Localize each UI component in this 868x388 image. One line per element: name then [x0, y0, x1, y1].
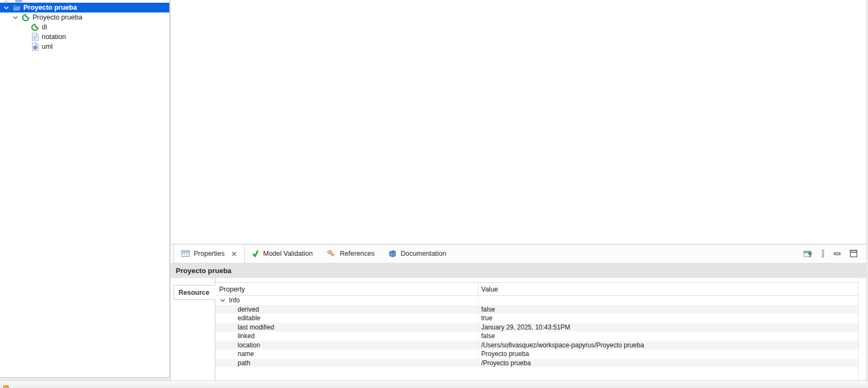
tab-documentation[interactable]: Documentation: [381, 244, 453, 263]
tab-label: Properties: [194, 250, 225, 257]
tab-label: Documentation: [400, 250, 446, 257]
chevron-down-icon[interactable]: [11, 15, 19, 21]
tab-properties[interactable]: Properties: [174, 244, 245, 263]
tree-item-label: Proyecto prueba: [33, 14, 82, 21]
editor-and-properties-region: PropertiesModel ValidationReferencesDocu…: [170, 0, 867, 380]
tree-item-label: uml: [42, 43, 53, 50]
property-value-cell: /Proyecto prueba: [478, 359, 858, 368]
properties-tab-bar: PropertiesModel ValidationReferencesDocu…: [171, 244, 866, 263]
property-name-cell: linked: [215, 332, 478, 341]
status-bar: [0, 380, 868, 388]
tree-item-model[interactable]: Proyecto prueba: [0, 12, 169, 22]
tree-item-notation[interactable]: notation: [0, 32, 169, 42]
property-name-cell: name: [215, 350, 478, 359]
property-name-cell: last modified: [215, 323, 478, 332]
clipped-status-icon: [3, 385, 9, 388]
resource-table-body: Infoderivedfalseeditabletruelast modifie…: [215, 296, 858, 367]
property-name-cell: editable: [215, 314, 478, 323]
resource-properties-table: Property Value Infoderivedfalseeditablet…: [215, 278, 859, 388]
check-icon: [252, 250, 259, 258]
column-header-value[interactable]: Value: [478, 283, 858, 295]
uml-file-icon: [30, 42, 40, 51]
property-row-name[interactable]: nameProyecto prueba: [215, 350, 858, 359]
column-header-property[interactable]: Property: [215, 283, 478, 295]
tab-label: References: [340, 250, 374, 257]
tab-model-validation[interactable]: Model Validation: [245, 244, 320, 263]
tab-references[interactable]: References: [320, 244, 381, 263]
table-icon: [181, 250, 190, 257]
tree-item-label: Proyecto prueba: [23, 4, 77, 11]
property-name-cell: derived: [215, 305, 478, 314]
clipped-chevron-icon: [4, 1, 9, 2]
property-name-cell: location: [215, 341, 478, 350]
group-value-cell: [478, 296, 858, 305]
properties-title: Proyecto prueba: [171, 263, 866, 278]
property-value-cell: January 29, 2025, 10:43:51PM: [478, 323, 858, 332]
chevron-down-icon[interactable]: [220, 298, 226, 303]
property-row-last-modified[interactable]: last modifiedJanuary 29, 2025, 10:43:51P…: [215, 323, 858, 332]
property-value-cell: Proyecto prueba: [478, 350, 858, 359]
tab-label: Model Validation: [263, 250, 313, 257]
property-section-tabs: Resource: [171, 278, 215, 388]
tree-item-di[interactable]: di: [0, 22, 169, 32]
group-cell: Info: [215, 296, 478, 305]
property-row-derived[interactable]: derivedfalse: [215, 305, 858, 314]
property-value-cell: /Users/sofivasquez/workspace-papyrus/Pro…: [478, 341, 858, 350]
property-value-cell: false: [478, 332, 858, 341]
project-explorer-panel: Proyecto pruebaProyecto pruebadinotation…: [0, 0, 170, 378]
group-label: Info: [229, 296, 240, 304]
pin-editor-icon[interactable]: [803, 250, 813, 258]
project-explorer-tree: Proyecto pruebaProyecto pruebadinotation…: [0, 0, 169, 51]
tree-item-project-root[interactable]: Proyecto prueba: [0, 3, 169, 12]
tree-item-uml[interactable]: uml: [0, 42, 169, 51]
tree-item-label: di: [42, 23, 47, 31]
property-row-editable[interactable]: editabletrue: [215, 314, 858, 323]
table-header: Property Value: [215, 282, 858, 296]
view-toolbar: [803, 244, 866, 263]
view-menu-icon[interactable]: [821, 249, 825, 258]
property-row-linked[interactable]: linkedfalse: [215, 332, 858, 341]
property-name-cell: path: [215, 359, 478, 368]
property-row-location[interactable]: location/Users/sofivasquez/workspace-pap…: [215, 341, 858, 350]
property-group-info[interactable]: Info: [215, 296, 858, 305]
close-icon[interactable]: [231, 251, 237, 257]
tab-resource[interactable]: Resource: [174, 285, 215, 300]
papyrus-model-icon: [21, 14, 30, 22]
folder-open-icon: [12, 4, 21, 11]
book-icon: [388, 250, 397, 257]
property-value-cell: false: [478, 305, 858, 314]
clipped-folder-icon: [15, 0, 22, 2]
properties-body: Resource Property Value Infoderivedfalse…: [171, 278, 866, 388]
property-row-path[interactable]: path/Proyecto prueba: [215, 359, 858, 368]
keys-icon: [327, 250, 336, 258]
minimize-icon[interactable]: [833, 250, 841, 257]
view-tabs: PropertiesModel ValidationReferencesDocu…: [171, 244, 454, 263]
papyrus-model-icon: [30, 23, 40, 31]
property-value-cell: true: [478, 314, 858, 323]
tree-item-label: notation: [42, 33, 66, 41]
maximize-icon[interactable]: [850, 250, 858, 257]
editor-area[interactable]: [171, 0, 866, 244]
chevron-down-icon[interactable]: [2, 5, 10, 11]
notation-file-icon: [30, 33, 40, 41]
partially-visible-tree-item: [0, 0, 169, 3]
